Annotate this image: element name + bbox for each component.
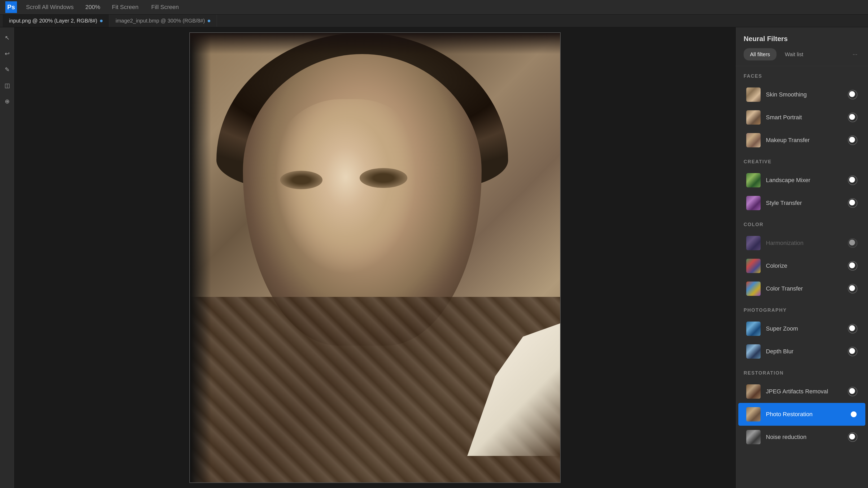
filter-thumb-jpeg-artifacts	[746, 384, 761, 399]
filter-thumb-noise-reduction	[746, 430, 761, 444]
filter-thumb-landscape-mixer	[746, 173, 761, 187]
filter-thumb-super-zoom	[746, 322, 761, 336]
filter-name-super-zoom: Super Zoom	[766, 325, 848, 332]
brush-tool[interactable]: ✎	[2, 64, 12, 75]
filter-thumb-style-transfer	[746, 196, 761, 210]
filter-thumb-depth-blur	[746, 344, 761, 359]
tab-all-filters[interactable]: All filters	[744, 48, 776, 60]
neural-filters-panel: Neural Filters All filters Wait list ···…	[735, 27, 868, 488]
filter-jpeg-artifacts[interactable]: JPEG Artifacts Removal +	[738, 380, 865, 403]
panel-title: Neural Filters	[744, 35, 860, 43]
filter-smart-portrait[interactable]: Smart Portrait +	[738, 106, 865, 129]
filter-name-photo-restoration: Photo Restoration	[766, 411, 844, 418]
photo-container	[128, 27, 622, 488]
tab-bar: input.png @ 200% (Layer 2, RGB/8#) image…	[0, 14, 868, 27]
filter-thumb-makeup-transfer	[746, 133, 761, 148]
toggle-smart-portrait[interactable]: +	[848, 113, 858, 122]
toggle-landscape-mixer[interactable]: +	[848, 175, 858, 185]
tab-wait-list[interactable]: Wait list	[779, 48, 810, 60]
main-area: ↖ ↩ ✎ ◫ ⊕	[0, 27, 868, 488]
left-eye	[280, 171, 322, 189]
more-options-button[interactable]: ···	[850, 48, 860, 60]
toggle-makeup-transfer[interactable]: +	[848, 135, 858, 145]
filter-style-transfer[interactable]: Style Transfer +	[738, 192, 865, 215]
filter-name-makeup-transfer: Makeup Transfer	[766, 137, 848, 144]
filter-thumb-photo-restoration	[746, 407, 761, 421]
filter-name-depth-blur: Depth Blur	[766, 348, 848, 355]
panel-header: Neural Filters All filters Wait list ···	[736, 27, 868, 66]
filter-skin-smoothing[interactable]: Skin Smoothing +	[738, 83, 865, 106]
filter-landscape-mixer[interactable]: Landscape Mixer +	[738, 169, 865, 192]
filter-thumb-skin-smoothing	[746, 88, 761, 102]
filter-photo-restoration[interactable]: Photo Restoration	[738, 403, 865, 426]
toggle-depth-blur[interactable]: +	[848, 347, 858, 356]
app-logo: Ps	[5, 1, 17, 13]
tab-modified-indicator-2	[208, 20, 210, 22]
section-color: COLOR	[736, 215, 868, 232]
filter-thumb-smart-portrait	[746, 110, 761, 125]
filter-name-colorize: Colorize	[766, 262, 848, 269]
eraser-tool[interactable]: ◫	[2, 80, 12, 91]
filter-name-jpeg-artifacts: JPEG Artifacts Removal	[766, 388, 848, 395]
top-bar: Ps Scroll All Windows 200% Fit Screen Fi…	[0, 0, 868, 14]
toggle-jpeg-artifacts[interactable]: +	[848, 387, 858, 396]
section-faces: FACES	[736, 66, 868, 83]
filter-thumb-color-transfer	[746, 282, 761, 296]
skin-highlight	[270, 99, 429, 285]
left-toolbar: ↖ ↩ ✎ ◫ ⊕	[0, 27, 14, 488]
section-photography: PHOTOGRAPHY	[736, 300, 868, 317]
filter-thumb-harmonization	[746, 236, 761, 250]
panel-body: FACES Skin Smoothing + Smart Portrait + …	[736, 66, 868, 488]
toggle-photo-restoration[interactable]	[844, 411, 858, 418]
filter-colorize[interactable]: Colorize +	[738, 255, 865, 277]
move-tool[interactable]: ↖	[2, 33, 12, 43]
filter-noise-reduction[interactable]: Noise reduction +	[738, 426, 865, 449]
tab-input-png[interactable]: input.png @ 200% (Layer 2, RGB/8#)	[3, 14, 109, 27]
filter-name-landscape-mixer: Landscape Mixer	[766, 177, 848, 184]
vintage-photo	[189, 32, 561, 483]
toggle-super-zoom[interactable]: +	[848, 324, 858, 333]
tab-modified-indicator	[100, 20, 103, 22]
filter-name-noise-reduction: Noise reduction	[766, 434, 848, 441]
canvas-area	[14, 27, 735, 488]
tab-image2-bmp[interactable]: image2_input.bmp @ 300% (RGB/8#)	[109, 14, 217, 27]
filter-name-smart-portrait: Smart Portrait	[766, 114, 848, 121]
toggle-noise-reduction[interactable]: +	[848, 432, 858, 442]
toggle-colorize[interactable]: +	[848, 261, 858, 271]
toggle-harmonization[interactable]: +	[848, 238, 858, 248]
panel-tabs: All filters Wait list ···	[744, 48, 860, 60]
section-restoration: RESTORATION	[736, 363, 868, 380]
toggle-style-transfer[interactable]: +	[848, 198, 858, 208]
filter-makeup-transfer[interactable]: Makeup Transfer +	[738, 129, 865, 152]
scroll-all-windows-button[interactable]: Scroll All Windows	[22, 2, 78, 12]
section-creative: CREATIVE	[736, 152, 868, 169]
filter-name-harmonization: Harmonization	[766, 240, 848, 247]
filter-name-skin-smoothing: Skin Smoothing	[766, 91, 848, 98]
filter-super-zoom[interactable]: Super Zoom +	[738, 317, 865, 340]
filter-name-color-transfer: Color Transfer	[766, 285, 848, 292]
filter-color-transfer[interactable]: Color Transfer +	[738, 277, 865, 300]
fill-screen-button[interactable]: Fill Screen	[148, 2, 182, 12]
filter-depth-blur[interactable]: Depth Blur +	[738, 340, 865, 363]
zoom-tool[interactable]: ⊕	[2, 96, 12, 107]
toggle-color-transfer[interactable]: +	[848, 284, 858, 293]
history-tool[interactable]: ↩	[2, 48, 12, 59]
filter-name-style-transfer: Style Transfer	[766, 200, 848, 206]
filter-thumb-colorize	[746, 259, 761, 273]
toggle-skin-smoothing[interactable]: +	[848, 90, 858, 99]
filter-harmonization[interactable]: Harmonization +	[738, 232, 865, 255]
right-eye	[360, 168, 407, 188]
fit-screen-button[interactable]: Fit Screen	[108, 2, 142, 12]
zoom-level: 200%	[83, 4, 103, 10]
